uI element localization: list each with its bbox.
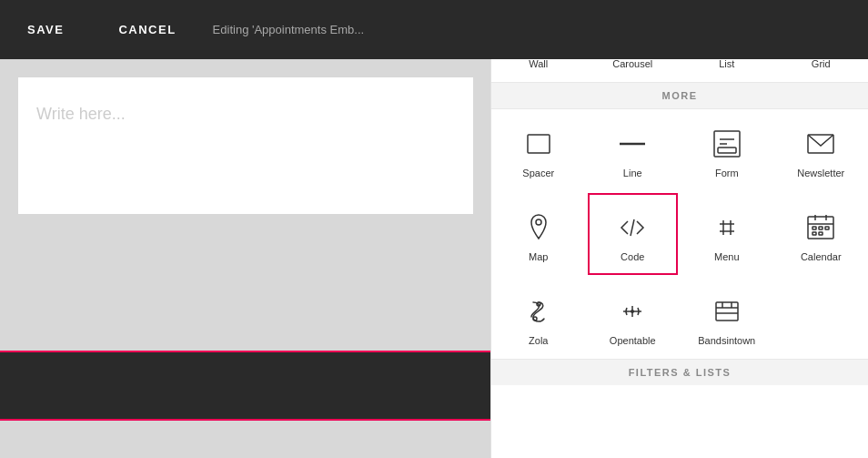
- wall-label: Wall: [529, 58, 548, 69]
- newsletter-icon: [804, 127, 837, 160]
- carousel-label: Carousel: [612, 58, 652, 69]
- form-label: Form: [715, 168, 739, 178]
- svg-rect-23: [718, 148, 736, 153]
- right-panel: Wall Carousel List: [490, 0, 868, 458]
- icon-item-newsletter[interactable]: Newsletter: [774, 109, 869, 191]
- icon-item-map[interactable]: Map: [491, 191, 586, 277]
- icon-item-form[interactable]: Form: [680, 109, 774, 191]
- svg-rect-38: [812, 232, 816, 235]
- spacer-icon: [522, 127, 555, 160]
- spacer-label: Spacer: [522, 168, 554, 178]
- svg-line-26: [631, 219, 634, 236]
- icon-item-opentable[interactable]: Opentable: [586, 277, 681, 359]
- extra-icon-grid: Zola Opentable Bandsintown: [491, 277, 868, 359]
- more-icon-grid: Spacer Line Form Newsletter: [491, 109, 868, 277]
- svg-point-41: [533, 317, 537, 321]
- form-icon: [711, 127, 743, 160]
- svg-point-25: [536, 219, 541, 225]
- bandsintown-icon: [711, 295, 743, 328]
- icon-item-spacer[interactable]: Spacer: [491, 109, 586, 191]
- filters-divider: FILTERS & LISTS: [491, 359, 868, 385]
- footer-bar: [0, 352, 491, 421]
- svg-rect-37: [825, 227, 829, 229]
- calendar-icon: [804, 211, 837, 244]
- svg-rect-39: [819, 232, 823, 235]
- top-bar: SAVE CANCEL Editing 'Appointments Emb...: [0, 0, 868, 59]
- red-line-bottom: [0, 419, 491, 421]
- icon-item-zola[interactable]: Zola: [491, 277, 586, 359]
- zola-label: Zola: [529, 335, 548, 346]
- editor-block[interactable]: Write here...: [18, 77, 473, 214]
- line-icon: [616, 127, 649, 160]
- opentable-icon: [616, 295, 649, 328]
- svg-rect-36: [819, 227, 823, 229]
- editing-label: Editing 'Appointments Emb...: [213, 23, 868, 36]
- svg-rect-35: [812, 227, 816, 229]
- map-icon: [522, 211, 555, 244]
- menu-label: Menu: [714, 251, 740, 262]
- icon-item-line[interactable]: Line: [586, 109, 681, 191]
- code-icon: [616, 211, 649, 244]
- bandsintown-label: Bandsintown: [698, 335, 755, 346]
- menu-icon: [711, 211, 743, 244]
- opentable-label: Opentable: [610, 335, 656, 346]
- zola-icon: [522, 295, 555, 328]
- more-divider: MORE: [491, 82, 868, 109]
- icon-item-bandsintown[interactable]: Bandsintown: [680, 277, 774, 359]
- calendar-label: Calendar: [801, 251, 842, 262]
- map-label: Map: [529, 251, 548, 262]
- svg-point-44: [631, 310, 634, 313]
- red-line-top: [0, 351, 491, 352]
- code-label: Code: [621, 251, 644, 262]
- svg-rect-45: [716, 302, 738, 321]
- icon-item-calendar[interactable]: Calendar: [774, 191, 869, 277]
- newsletter-label: Newsletter: [797, 168, 844, 178]
- svg-rect-18: [528, 135, 550, 153]
- line-label: Line: [623, 168, 642, 178]
- cancel-button[interactable]: CANCEL: [91, 0, 203, 59]
- save-button[interactable]: SAVE: [0, 0, 91, 59]
- icon-item-code[interactable]: Code: [588, 193, 679, 275]
- grid-label: Grid: [812, 58, 831, 69]
- icon-item-menu[interactable]: Menu: [680, 191, 774, 277]
- list-label: List: [719, 58, 734, 69]
- editor-placeholder: Write here...: [36, 105, 126, 123]
